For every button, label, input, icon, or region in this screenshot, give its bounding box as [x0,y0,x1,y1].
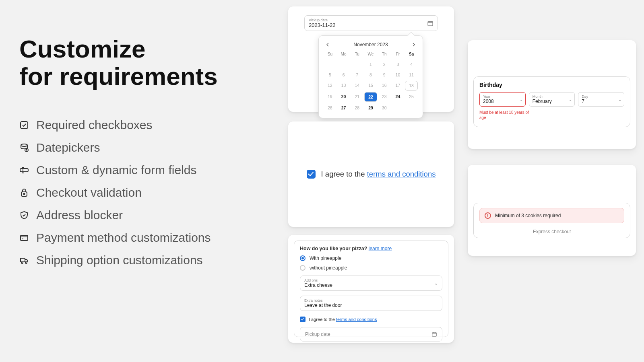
feature-item: Custom & dynamic form fields [19,163,245,177]
day-cell[interactable]: 8 [364,70,377,79]
day-cell[interactable]: 28 [351,103,363,112]
day-cell [392,103,405,112]
prev-month-button[interactable] [324,41,331,48]
radio-without-pineapple[interactable]: without pineapple [300,265,442,271]
day-cell[interactable]: 13 [337,81,350,90]
express-checkout-label: Express checkout [479,223,624,238]
pickup-date-field[interactable]: Pickup date [300,327,442,341]
chevron-down-icon: ⌄ [434,281,438,286]
year-select[interactable]: Year 2008 ⌄ [479,92,526,107]
svg-rect-9 [428,21,433,26]
page-title: Customize for requirements [19,35,245,90]
day-cell[interactable]: 9 [378,70,391,79]
day-cell[interactable]: 21 [351,92,363,102]
feature-item: Datepickers [19,141,245,154]
learn-more-link[interactable]: learn more [369,246,392,251]
birthday-error: Must be at least 18 years of age [479,110,536,120]
svg-point-7 [21,262,23,263]
day-cell[interactable]: 12 [324,81,336,90]
terms-text: I agree to the terms and conditions [321,170,436,179]
radio-with-pineapple[interactable]: With pineapple [300,255,442,261]
input-label: Pickup date [309,18,336,22]
dow-header: Mo [337,52,350,58]
feature-list: Required checkboxes Datepickers Custom &… [19,118,245,267]
day-cell[interactable]: 2 [378,60,391,69]
day-cell[interactable]: 26 [324,103,336,112]
form-field-icon [19,165,29,175]
calendar-icon [427,20,433,27]
day-cell[interactable]: 1 [364,60,377,69]
day-cell[interactable]: 27 [337,103,350,112]
day-cell[interactable]: 5 [324,70,336,79]
svg-rect-3 [20,169,28,172]
calendar-icon [431,331,437,337]
day-cell[interactable]: 30 [378,103,391,112]
svg-point-1 [21,144,27,146]
day-cell[interactable]: 23 [378,92,391,102]
day-cell [351,60,363,69]
extra-notes-input[interactable]: Extra notes Leave at the door [300,296,442,311]
chevron-down-icon: ⌄ [520,97,523,102]
pizza-form-card: How do you like your pizza? learn more W… [288,235,454,343]
datepicker-popover: November 2023 SuMoTuWeThFrSa123456789101… [318,35,423,118]
day-cell[interactable]: 19 [324,92,336,102]
feature-item: Address blocker [19,208,245,222]
day-cell[interactable]: 3 [392,60,405,69]
day-select[interactable]: Day 7 ⌄ [578,92,624,107]
feature-item: Checkout validation [19,186,245,200]
day-cell[interactable]: 10 [392,70,405,79]
chevron-down-icon: ⌄ [618,97,621,102]
addons-select[interactable]: Add ons Extra cheese ⌄ [300,276,442,291]
lock-icon [19,188,29,197]
dow-header: Sa [405,52,418,58]
day-cell[interactable]: 7 [351,70,363,79]
day-cell[interactable]: 6 [337,70,350,79]
checkbox-icon [19,120,29,130]
day-cell [405,103,418,112]
day-cell[interactable]: 20 [337,92,350,102]
pizza-terms-checkbox[interactable] [300,317,305,322]
feature-item: Shipping option customizations [19,253,245,267]
pizza-terms-text: I agree to the terms and conditions [309,317,377,322]
day-cell[interactable]: 16 [378,81,391,90]
svg-point-8 [25,262,27,263]
radio-icon [300,255,305,261]
dow-header: Su [324,52,336,58]
day-cell[interactable]: 17 [392,81,405,90]
day-cell[interactable]: 18 [405,81,418,90]
warning-icon [485,212,491,219]
month-select[interactable]: Month February ⌄ [529,92,575,107]
feature-item: Payment method customizations [19,231,245,245]
day-cell[interactable]: 22 [364,92,377,102]
radio-icon [300,265,305,271]
day-cell[interactable]: 29 [364,103,377,112]
pizza-question: How do you like your pizza? learn more [300,246,442,251]
day-cell[interactable]: 11 [405,70,418,79]
day-cell [337,60,350,69]
chevron-down-icon: ⌄ [569,97,572,102]
shield-icon [19,210,29,220]
svg-rect-6 [21,235,28,241]
day-cell[interactable]: 4 [405,60,418,69]
next-month-button[interactable] [411,41,417,48]
datepicker-card: Pickup date 2023-11-22 November 2023 SuM… [288,6,454,112]
day-cell[interactable]: 25 [405,92,418,102]
express-checkout-card: Minimum of 3 cookies required Express ch… [468,165,636,256]
credit-card-icon [19,233,29,243]
day-cell[interactable]: 14 [351,81,363,90]
day-cell [324,60,336,69]
terms-checkbox[interactable] [307,170,316,179]
day-cell[interactable]: 15 [364,81,377,90]
left-pane: Customize for requirements Required chec… [19,35,245,276]
pickup-date-input[interactable]: Pickup date 2023-11-22 [304,15,438,31]
day-cell[interactable]: 24 [392,92,405,102]
birthday-card: Birthday Year 2008 ⌄ Month February ⌄ Da… [468,40,636,149]
calendar-db-icon [19,143,29,152]
dow-header: Tu [351,52,363,58]
pizza-terms-link[interactable]: terms and conditions [336,317,377,322]
svg-point-5 [24,193,25,195]
terms-link[interactable]: terms and conditions [367,170,436,178]
feature-item: Required checkboxes [19,118,245,132]
validation-alert: Minimum of 3 cookies required [479,208,624,223]
svg-rect-0 [21,121,28,129]
